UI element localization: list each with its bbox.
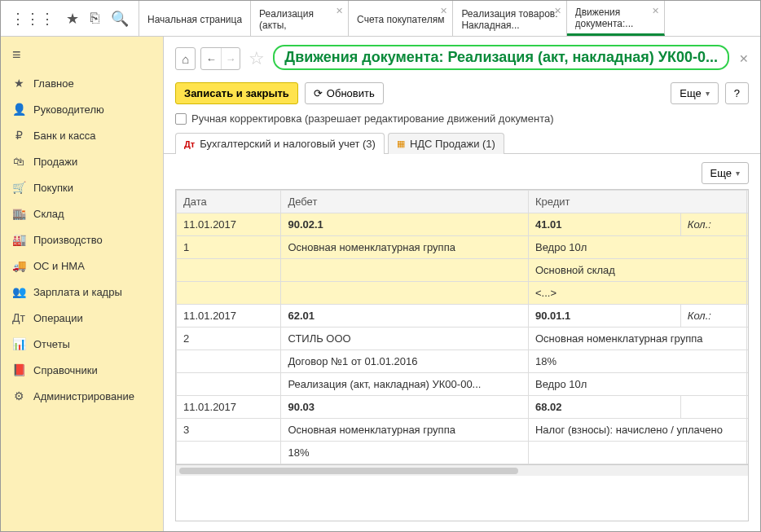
more-button[interactable]: Еще (671, 82, 718, 104)
sidebar-item-icon: ★ (12, 77, 25, 90)
sidebar-item-icon: 🏬 (12, 207, 25, 220)
table-row[interactable]: 11.01.201790.0368.02 (177, 396, 750, 419)
top-icon-group: ⋮⋮⋮ ★ ⎘ 🔍 (1, 1, 139, 36)
sidebar-item[interactable]: 👤Руководителю (1, 96, 163, 122)
sidebar-item-icon: 👤 (12, 103, 25, 116)
sidebar-item-label: Склад (33, 208, 64, 220)
close-icon[interactable]: ✕ (652, 6, 659, 16)
table-subrow[interactable]: Основной складтова (177, 259, 750, 282)
sidebar-item-label: Покупки (33, 182, 73, 194)
close-icon[interactable]: ✕ (336, 6, 343, 16)
tab-label: Счета покупателям (357, 14, 444, 25)
sidebar-item-label: Производство (33, 234, 103, 246)
page-header: ⌂ ← → ☆ Движения документа: Реализация (… (164, 37, 760, 77)
col-credit[interactable]: Кредит (528, 191, 747, 213)
sidebar-item[interactable]: 🏬Склад (1, 200, 163, 226)
movements-table: Дата Дебет Кредит Сумм 11.01.201790.02.1… (176, 190, 749, 464)
sidebar-item-icon: ₽ (12, 129, 25, 142)
sidebar-item[interactable]: ★Главное (1, 70, 163, 96)
page-title: Движения документа: Реализация (акт, нак… (273, 45, 729, 70)
sidebar-item-icon: 🚚 (12, 259, 25, 272)
content-area: ⌂ ← → ☆ Движения документа: Реализация (… (164, 37, 760, 532)
top-toolbar: ⋮⋮⋮ ★ ⎘ 🔍 Начальная страницаРеализация(а… (1, 1, 760, 37)
col-date[interactable]: Дата (177, 191, 281, 213)
manual-correction-checkbox[interactable] (175, 113, 187, 125)
tab-label: Движения (575, 7, 656, 18)
search-icon[interactable]: 🔍 (111, 10, 129, 28)
sidebar-item-label: Отчеты (33, 338, 70, 350)
inner-tab[interactable]: ▦НДС Продажи (1) (388, 133, 504, 154)
sidebar-item-label: Операции (33, 312, 83, 324)
sidebar-item-label: Продажи (33, 156, 77, 168)
document-tab[interactable]: Счета покупателям✕ (349, 1, 453, 36)
tab-label: НДС Продажи (1) (410, 138, 495, 150)
back-icon[interactable]: ← (201, 48, 220, 69)
inner-tab[interactable]: ДтБухгалтерский и налоговый учет (3) (175, 133, 385, 154)
sidebar-item[interactable]: 📊Отчеты (1, 331, 163, 357)
sidebar-item-icon: 👥 (12, 285, 25, 298)
table-subrow[interactable]: 18%това (177, 442, 750, 464)
refresh-icon: ⟳ (314, 87, 323, 99)
sidebar-item-icon: 🛒 (12, 181, 25, 194)
tab-icon: ▦ (397, 138, 405, 149)
table-row[interactable]: 11.01.201762.0190.01.1Кол.:1,000 (177, 305, 750, 328)
sidebar-item[interactable]: ДтОперации (1, 305, 163, 331)
sidebar-item-label: Администрирование (33, 390, 134, 402)
apps-icon[interactable]: ⋮⋮⋮ (11, 10, 55, 28)
table-subrow[interactable]: Реализация (акт, накладная) УК00-00...Ве… (177, 373, 750, 396)
sidebar-item[interactable]: ⚙Администрирование (1, 383, 163, 409)
table-subrow[interactable]: Договор №1 от 01.01.201618%това (177, 350, 750, 373)
table-header-row: Дата Дебет Кредит Сумм (177, 191, 750, 213)
sidebar-item[interactable]: 👥Зарплата и кадры (1, 279, 163, 305)
manual-correction-row: Ручная корректировка (разрешает редактир… (164, 111, 760, 133)
save-close-button[interactable]: Записать и закрыть (175, 82, 298, 104)
sidebar-item-label: Руководителю (33, 103, 104, 116)
refresh-button[interactable]: ⟳Обновить (305, 82, 384, 104)
close-icon[interactable]: ✕ (554, 6, 561, 16)
close-icon[interactable]: ✕ (440, 6, 447, 16)
sidebar-item[interactable]: 🏭Производство (1, 226, 163, 253)
table-row[interactable]: 11.01.201790.02.141.01Кол.:1,000 (177, 213, 750, 236)
manual-correction-label: Ручная корректировка (разрешает редактир… (191, 112, 554, 125)
sidebar-item[interactable]: 🚚ОС и НМА (1, 253, 163, 279)
horizontal-scrollbar[interactable] (176, 464, 748, 476)
clipboard-icon[interactable]: ⎘ (90, 10, 99, 27)
sidebar-item[interactable]: ₽Банк и касса (1, 122, 163, 148)
document-tab[interactable]: Начальная страница (139, 1, 251, 36)
tab-icon: Дт (184, 139, 195, 149)
sidebar-item-label: Банк и касса (33, 130, 96, 142)
table-subrow[interactable]: 2СТИЛЬ ООООсновная номенклатурная группа… (177, 328, 750, 350)
document-tab[interactable]: Реализация товаров:Накладная...✕ (453, 1, 566, 36)
sidebar-item[interactable]: 🛍Продажи (1, 148, 163, 174)
table-subrow[interactable]: <...> (177, 282, 750, 305)
document-tab[interactable]: Реализация(акты,✕ (251, 1, 349, 36)
sidebar-item[interactable]: 📕Справочники (1, 357, 163, 383)
tab-label: Начальная страница (147, 14, 242, 25)
document-tab[interactable]: Движениядокумента:...✕ (567, 1, 665, 36)
nav-back-forward[interactable]: ← → (200, 47, 240, 70)
sidebar-item-label: ОС и НМА (33, 260, 85, 272)
tab-label: Реализация товаров: (461, 8, 557, 20)
table-subrow[interactable]: 1Основная номенклатурная группаВедро 10л… (177, 236, 750, 259)
favorite-star-icon[interactable]: ☆ (249, 48, 265, 69)
table-area: Еще Дата Дебет Кредит Сумм 1 (164, 154, 760, 532)
table-subrow[interactable]: 3Основная номенклатурная группаНалог (вз… (177, 419, 750, 442)
star-icon[interactable]: ★ (66, 10, 79, 28)
sidebar-item[interactable]: 🛒Покупки (1, 174, 163, 200)
sidebar-item-icon: ⚙ (12, 389, 25, 402)
sidebar-item-icon: Дт (12, 311, 25, 324)
grid-wrapper: Дата Дебет Кредит Сумм 11.01.201790.02.1… (175, 189, 749, 521)
sidebar-item-icon: 📕 (12, 363, 25, 376)
col-sum[interactable]: Сумм (747, 191, 749, 213)
table-more-button[interactable]: Еще (702, 162, 749, 184)
document-tabs: Начальная страницаРеализация(акты,✕Счета… (139, 1, 760, 36)
sidebar-item-icon: 🛍 (12, 155, 25, 168)
col-debit[interactable]: Дебет (281, 191, 529, 213)
close-icon[interactable]: ✕ (739, 52, 749, 65)
forward-icon[interactable]: → (221, 48, 240, 69)
sidebar-item-icon: 🏭 (12, 233, 25, 246)
menu-icon[interactable]: ≡ (1, 40, 163, 70)
home-button[interactable]: ⌂ (175, 47, 196, 70)
help-button[interactable]: ? (725, 82, 749, 104)
sidebar-item-icon: 📊 (12, 337, 25, 350)
